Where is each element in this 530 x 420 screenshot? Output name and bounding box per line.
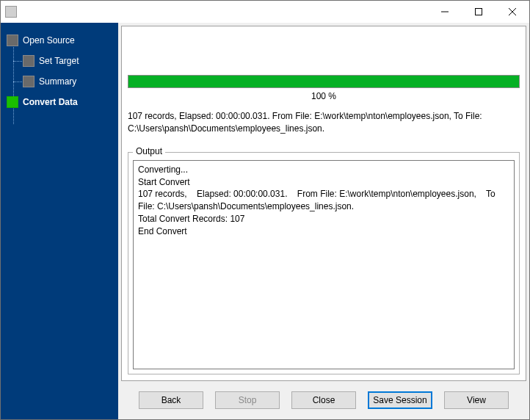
close-icon (509, 8, 516, 15)
svg-rect-1 (476, 9, 482, 15)
content: 100 % 107 records, Elapsed: 00:00:00.031… (118, 23, 529, 384)
sidebar-item-set-target[interactable]: Set Target (7, 51, 118, 71)
close-button[interactable] (495, 1, 529, 23)
window-body: Open Source Set Target Summary Convert D… (1, 23, 529, 419)
sidebar-item-label: Convert Data (23, 97, 78, 107)
progress-bar (128, 75, 520, 88)
output-log[interactable]: Converting... Start Convert 107 records,… (133, 160, 515, 369)
app-window: Open Source Set Target Summary Convert D… (0, 0, 530, 420)
sidebar-item-label: Open Source (23, 35, 75, 46)
sidebar-item-label: Summary (39, 76, 76, 87)
progress-section: 100 % (128, 34, 520, 109)
step-box-icon (7, 96, 18, 108)
progress-label: 100 % (128, 88, 520, 109)
minimize-icon (441, 8, 449, 15)
step-box-icon (23, 55, 35, 67)
app-icon (5, 6, 17, 18)
view-button[interactable]: View (444, 391, 509, 409)
status-text: 107 records, Elapsed: 00:00:00.031. From… (128, 109, 520, 148)
sidebar-item-convert-data[interactable]: Convert Data (7, 92, 118, 112)
button-bar: Back Stop Close Save Session View (118, 384, 529, 419)
progress-fill (128, 76, 519, 87)
maximize-button[interactable] (462, 1, 495, 23)
titlebar (1, 1, 529, 23)
minimize-button[interactable] (428, 1, 462, 23)
nav-tree: Open Source Set Target Summary Convert D… (1, 30, 118, 112)
sidebar-item-label: Set Target (39, 56, 79, 66)
window-controls (428, 1, 529, 23)
sidebar: Open Source Set Target Summary Convert D… (1, 23, 118, 419)
sidebar-item-summary[interactable]: Summary (7, 71, 118, 92)
back-button[interactable]: Back (139, 391, 203, 409)
conversion-panel: 100 % 107 records, Elapsed: 00:00:00.031… (121, 26, 526, 381)
output-title: Output (133, 146, 165, 156)
close-panel-button[interactable]: Close (291, 391, 356, 409)
main-panel: 100 % 107 records, Elapsed: 00:00:00.031… (118, 23, 529, 419)
step-box-icon (7, 35, 18, 46)
save-session-button[interactable]: Save Session (368, 391, 432, 409)
sidebar-item-open-source[interactable]: Open Source (7, 30, 118, 51)
stop-button: Stop (215, 391, 280, 409)
output-group: Output Converting... Start Convert 107 r… (128, 152, 520, 374)
maximize-icon (475, 8, 482, 15)
step-box-icon (23, 76, 35, 87)
